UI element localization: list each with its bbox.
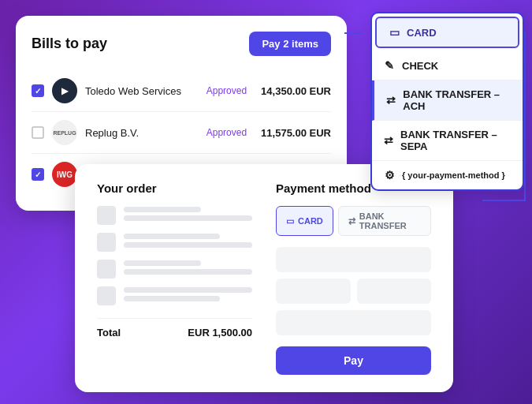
dropdown-item-ach[interactable]: ⇄ BANK TRANSFER – ACH — [372, 80, 523, 121]
dropdown-label-custom: { your-payment-method } — [402, 170, 505, 180]
connector-line-top — [344, 32, 362, 34]
pay-action-button[interactable]: Pay — [276, 346, 431, 375]
order-lines-group-2 — [124, 234, 252, 251]
dropdown-item-custom[interactable]: ⚙ { your-payment-method } — [372, 161, 523, 189]
dropdown-label-card: CARD — [407, 27, 437, 39]
connector-line-right — [524, 32, 526, 201]
dropdown-item-check[interactable]: ✎ CHECK — [372, 51, 523, 80]
order-item-icon-4 — [97, 286, 116, 305]
card-icon: ▭ — [388, 26, 400, 39]
bill-row: REPLUG Replug B.V. Approved 11,575.00 EU… — [32, 112, 331, 154]
connector-line-bottom-h — [482, 200, 526, 201]
order-line-1 — [97, 206, 252, 225]
order-line-2 — [97, 233, 252, 252]
amount-replug: 11,575.00 EUR — [261, 127, 331, 139]
total-label: Total — [97, 327, 121, 339]
your-order-title: Your order — [97, 181, 252, 195]
company-toledo: Toledo Web Services — [85, 85, 199, 97]
order-item-icon-2 — [97, 233, 116, 252]
bills-header: Bills to pay Pay 2 items — [32, 32, 331, 56]
company-replug: Replug B.V. — [85, 127, 199, 139]
order-line-3 — [97, 260, 252, 279]
card-tab-label: CARD — [298, 216, 323, 226]
bill-row: ▶ Toledo Web Services Approved 14,350.00… — [32, 70, 331, 112]
bills-title: Bills to pay — [32, 36, 107, 52]
order-bar — [124, 215, 252, 221]
dropdown-item-sepa[interactable]: ⇄ BANK TRANSFER – SEPA — [372, 121, 523, 161]
order-bar — [124, 207, 201, 212]
order-lines-group-3 — [124, 260, 252, 278]
checkbox-toledo[interactable] — [32, 84, 44, 97]
order-bar — [124, 260, 201, 266]
card-number-field[interactable] — [276, 247, 431, 272]
checkbox-replug[interactable] — [32, 126, 44, 139]
logo-iwg: IWG — [52, 162, 77, 187]
order-card: Your order — [75, 164, 453, 392]
pay-button[interactable]: Pay 2 items — [249, 32, 331, 56]
custom-icon: ⚙ — [383, 169, 396, 181]
dropdown-item-card[interactable]: ▭ CARD — [375, 17, 519, 48]
status-toledo: Approved — [206, 85, 247, 96]
payment-tabs: ▭ CARD ⇄ BANK TRANSFER — [276, 206, 431, 236]
check-icon: ✎ — [383, 59, 396, 72]
order-line-4 — [97, 286, 252, 305]
total-amount: EUR 1,500.00 — [188, 327, 252, 339]
logo-toledo: ▶ — [52, 78, 77, 103]
payment-method-dropdown: ▭ CARD ✎ CHECK ⇄ BANK TRANSFER – ACH ⇄ B… — [370, 12, 524, 191]
order-lines-group-4 — [124, 287, 252, 305]
card-name-field[interactable] — [276, 310, 431, 335]
order-item-icon-3 — [97, 260, 116, 279]
payment-method-section: Payment method ▭ CARD ⇄ BANK TRANSFER Pa… — [276, 181, 431, 375]
order-bar — [124, 287, 252, 293]
order-bar — [124, 234, 220, 239]
order-item-icon-1 — [97, 206, 116, 225]
order-bar — [124, 296, 220, 301]
order-total: Total EUR 1,500.00 — [97, 318, 252, 339]
tab-bank-transfer[interactable]: ⇄ BANK TRANSFER — [338, 206, 431, 236]
card-expiry-field[interactable] — [276, 279, 351, 304]
ach-icon: ⇄ — [385, 94, 396, 107]
dropdown-label-ach: BANK TRANSFER – ACH — [403, 88, 512, 112]
amount-toledo: 14,350.00 EUR — [261, 85, 331, 97]
checkbox-iwg[interactable] — [32, 168, 44, 181]
dropdown-label-sepa: BANK TRANSFER – SEPA — [400, 129, 512, 152]
order-lines-group-1 — [124, 207, 252, 224]
your-order-section: Your order — [97, 181, 252, 375]
sepa-icon: ⇄ — [383, 134, 394, 147]
card-tab-icon: ▭ — [286, 216, 294, 226]
dropdown-label-check: CHECK — [402, 60, 438, 72]
status-replug: Approved — [206, 127, 247, 138]
order-bar — [124, 269, 252, 275]
bank-tab-icon: ⇄ — [348, 216, 355, 226]
order-bar — [124, 242, 252, 248]
card-cvc-field[interactable] — [357, 279, 432, 304]
tab-card[interactable]: ▭ CARD — [276, 206, 333, 236]
bank-tab-label: BANK TRANSFER — [359, 211, 421, 230]
logo-replug: REPLUG — [52, 120, 77, 145]
